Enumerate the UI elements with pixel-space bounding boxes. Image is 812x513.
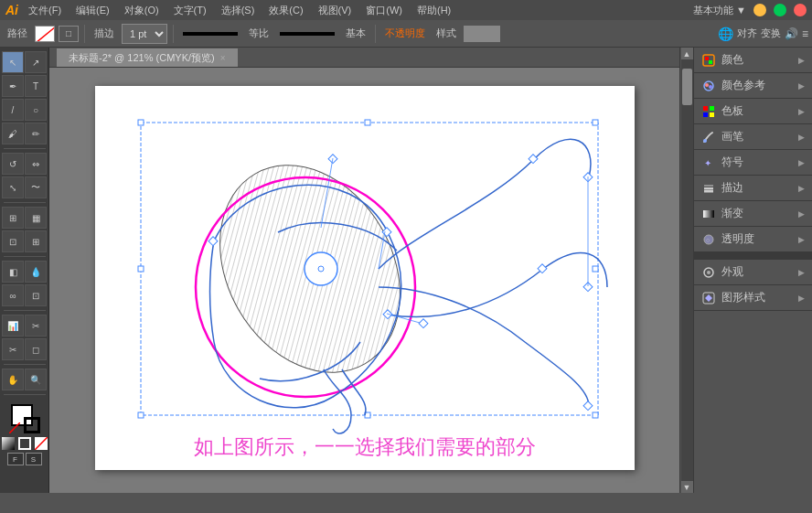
gradient-mode-btn[interactable] — [18, 437, 31, 450]
rotate-tool[interactable]: ↺ — [2, 153, 24, 175]
menu-help[interactable]: 帮助(H) — [412, 4, 455, 17]
vertical-scrollbar[interactable]: ▲ ▼ — [679, 48, 693, 493]
panel-gradient[interactable]: 渐变 ▶ — [694, 201, 812, 227]
panel-graphic-style-label: 图形样式 — [721, 290, 765, 305]
zoom-tool[interactable]: 🔍 — [25, 369, 47, 390]
panel-brush[interactable]: 画笔 ▶ — [694, 124, 812, 150]
close-button[interactable] — [794, 4, 807, 16]
color-box-wrap[interactable] — [9, 402, 40, 433]
gradient-tool[interactable]: ◧ — [2, 261, 24, 283]
menu-text[interactable]: 文字(T) — [169, 4, 211, 17]
scroll-up-btn[interactable]: ▲ — [681, 48, 693, 59]
minimize-button[interactable] — [753, 4, 766, 16]
panel-color-ref-label: 颜色参考 — [721, 78, 765, 93]
panel-symbol[interactable]: ✦ 符号 ▶ — [694, 150, 812, 176]
text-tool[interactable]: T — [25, 75, 47, 97]
panel-appearance[interactable]: 外观 ▶ — [694, 260, 812, 285]
menu-extra-btn[interactable]: ≡ — [802, 27, 808, 40]
svg-rect-24 — [419, 319, 428, 328]
tab-close-btn[interactable]: × — [220, 53, 226, 63]
panel-opacity[interactable]: ○ 透明度 ▶ — [694, 227, 812, 252]
ellipse-tool[interactable]: ○ — [25, 99, 47, 121]
panel-swatch-arrow: ▶ — [798, 107, 805, 116]
svg-rect-21 — [529, 155, 538, 164]
panel-color-ref[interactable]: 颜色参考 ▶ — [694, 73, 812, 99]
panel-graphic-style[interactable]: 图形样式 ▶ — [694, 285, 812, 311]
svg-line-0 — [36, 27, 55, 42]
titlebar: Ai 文件(F) 编辑(E) 对象(O) 文字(T) 选择(S) 效果(C) 视… — [0, 0, 812, 20]
graph-tool[interactable]: 📊 — [2, 315, 24, 337]
style-preview[interactable] — [464, 26, 500, 42]
reflect-tool[interactable]: ⇔ — [25, 153, 47, 175]
pen-tool[interactable]: ✒ — [2, 75, 24, 97]
canvas-scroll[interactable]: 如上图所示，一一选择我们需要的部分 — [49, 68, 679, 493]
brush-icon — [701, 130, 716, 144]
workspace-selector[interactable]: 基本功能 ▼ — [693, 4, 746, 17]
svg-line-1 — [9, 422, 20, 433]
scissors-tool[interactable]: ✂ — [2, 338, 24, 360]
menu-object[interactable]: 对象(O) — [120, 4, 164, 17]
panel-swatch[interactable]: 色板 ▶ — [694, 99, 812, 124]
panel-stroke[interactable]: 描边 ▶ — [694, 176, 812, 201]
autotrace-tool[interactable]: ⊡ — [25, 284, 47, 306]
menu-edit[interactable]: 编辑(E) — [71, 4, 114, 17]
opacity-label[interactable]: 不透明度 — [381, 27, 429, 40]
warp-tool[interactable]: 〜 — [25, 176, 47, 198]
title-right: 基本功能 ▼ — [693, 4, 807, 17]
slice-tool[interactable]: ✂ — [25, 315, 47, 337]
scroll-track[interactable] — [681, 59, 693, 481]
speaker-icon: 🔊 — [785, 27, 798, 40]
pencil-tool[interactable]: ✏ — [25, 123, 47, 144]
svg-point-50 — [707, 271, 710, 274]
select-tool[interactable]: ↖ — [2, 51, 24, 73]
menu-file[interactable]: 文件(F) — [24, 4, 66, 17]
panel-opacity-label: 透明度 — [721, 231, 754, 247]
svg-rect-8 — [593, 266, 598, 272]
svg-rect-32 — [705, 57, 709, 60]
fill-toggle-btn[interactable]: F — [7, 453, 24, 465]
color-ref-icon — [701, 79, 716, 93]
stroke-color-btn[interactable] — [35, 26, 55, 42]
menu-select[interactable]: 选择(S) — [217, 4, 260, 17]
tool-row-5: ↺ ⇔ — [2, 153, 47, 175]
shape-builder-tool[interactable]: ⊞ — [2, 207, 24, 229]
color-swatches: F S — [2, 402, 48, 465]
toolbox: ↖ ↗ ✒ T / ○ 🖌 ✏ ↺ ⇔ ⤡ 〜 ⊞ ▦ ⊡ — [0, 48, 49, 493]
tool-sep-5 — [4, 364, 46, 365]
document-tab[interactable]: 未标题-2* @ 121% (CMYK/预览) × — [57, 48, 238, 67]
menu-window[interactable]: 窗口(W) — [361, 4, 407, 17]
panel-opacity-arrow: ▶ — [798, 235, 805, 244]
menu-view[interactable]: 视图(V) — [314, 4, 357, 17]
scroll-thumb[interactable] — [682, 69, 692, 105]
stroke-size-select[interactable]: 1 pt — [122, 24, 167, 44]
stroke-color-box[interactable] — [24, 417, 40, 433]
menu-effect[interactable]: 效果(C) — [264, 4, 307, 17]
eyedropper-tool[interactable]: 💧 — [25, 261, 47, 283]
tool-row-12: ✂ ◻ — [2, 338, 47, 360]
globe-icon: 🌐 — [718, 27, 733, 41]
perspective-tool[interactable]: ⊡ — [2, 230, 24, 252]
svg-rect-6 — [593, 120, 598, 125]
stroke-toggle-btn[interactable]: S — [26, 453, 42, 465]
normal-mode-btn[interactable] — [2, 437, 15, 450]
panel-color[interactable]: 颜色 ▶ — [694, 48, 812, 73]
direct-select-tool[interactable]: ↗ — [25, 51, 47, 73]
panel-color-label: 颜色 — [721, 52, 743, 68]
blend-tool[interactable]: ∞ — [2, 284, 24, 306]
eraser-tool[interactable]: ◻ — [25, 338, 47, 360]
paintbrush-tool[interactable]: 🖌 — [2, 123, 24, 144]
stroke-style-btn[interactable]: □ — [59, 26, 79, 42]
tool-row-4: 🖌 ✏ — [2, 123, 47, 144]
tool-row-7: ⊞ ▦ — [2, 207, 47, 229]
svg-rect-40 — [710, 112, 714, 117]
maximize-button[interactable] — [774, 4, 786, 16]
panel-gradient-arrow: ▶ — [798, 209, 805, 219]
live-paint-tool[interactable]: ▦ — [25, 207, 47, 229]
scale-tool[interactable]: ⤡ — [2, 176, 24, 198]
hand-tool[interactable]: ✋ — [2, 369, 24, 390]
fill-stroke-toggle: F S — [7, 453, 42, 465]
line-tool[interactable]: / — [2, 99, 24, 121]
mesh-tool[interactable]: ⊞ — [25, 230, 47, 252]
none-mode-btn[interactable] — [35, 437, 48, 450]
scroll-down-btn[interactable]: ▼ — [681, 481, 693, 493]
